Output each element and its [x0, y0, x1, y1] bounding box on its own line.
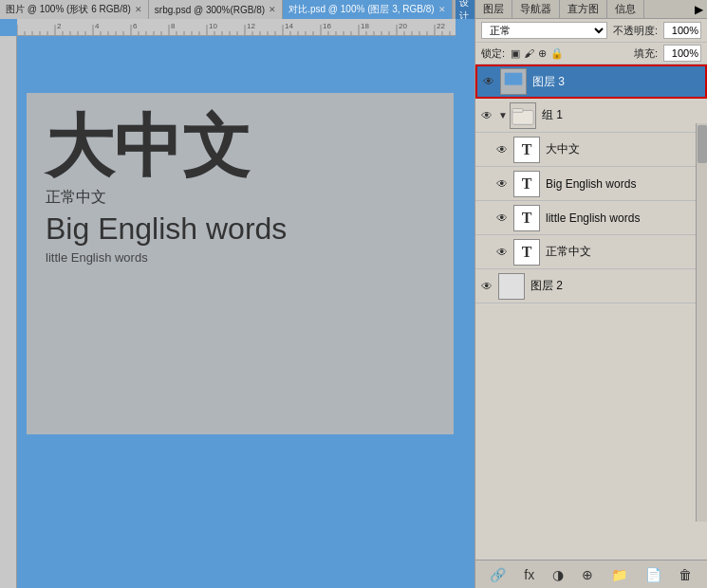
eye-icon-5[interactable]: 👁 — [479, 279, 494, 294]
fill-input[interactable] — [663, 45, 701, 62]
big-english-text: Big English words — [46, 211, 287, 247]
svg-text:12: 12 — [247, 22, 255, 30]
layer-item-group[interactable]: 👁 ▼ 组 1 — [475, 99, 707, 133]
right-panel: 图层 导航器 直方图 信息 ▶ 正常 不透明度: 锁定: ▣ 🖌 ⊕ 🔒 填充: — [474, 0, 707, 588]
svg-text:10: 10 — [209, 22, 217, 30]
layer-name-5: 图层 2 — [530, 278, 703, 294]
svg-text:18: 18 — [361, 22, 369, 30]
layer-name-2: Big English words — [546, 177, 703, 191]
lock-row: 锁定: ▣ 🖌 ⊕ 🔒 填充: — [475, 43, 707, 64]
tab-2-close[interactable]: ✕ — [438, 5, 446, 14]
layer-name-4: 正常中文 — [546, 244, 703, 260]
panel-tab-histogram[interactable]: 直方图 — [560, 0, 607, 18]
scrollbar-thumb[interactable] — [698, 125, 707, 163]
layer-item-0[interactable]: 👁 图层 3 — [475, 64, 707, 99]
big-chinese-text: 大中文 — [46, 112, 287, 180]
layer-item-1[interactable]: 👁 T 大中文 — [475, 133, 707, 167]
tab-2-label: 对比.psd @ 100% (图层 3, RGB/8) — [288, 3, 435, 16]
panel-expand-icon[interactable]: ▶ — [695, 3, 703, 16]
tab-1-close[interactable]: ✕ — [269, 5, 276, 14]
layer-thumb-group — [510, 102, 536, 129]
lock-position-btn[interactable]: ⊕ — [538, 47, 547, 60]
document-canvas: 大中文 正常中文 Big English words little Englis… — [27, 93, 454, 434]
little-english-text: little English words — [46, 250, 287, 265]
lock-transparent-btn[interactable]: ▣ — [511, 47, 520, 60]
tab-1[interactable]: srbg.psd @ 300%(RGB/8) ✕ — [149, 0, 283, 19]
eye-icon-2[interactable]: 👁 — [494, 176, 510, 192]
group-arrow[interactable]: ▼ — [498, 110, 510, 120]
add-mask-btn[interactable]: ◑ — [552, 567, 564, 582]
panel-bottom-toolbar: 🔗 fx ◑ ⊕ 📁 📄 🗑 — [475, 560, 707, 588]
layer-thumb-1: T — [513, 137, 540, 163]
tab-2[interactable]: 对比.psd @ 100% (图层 3, RGB/8) ✕ — [283, 0, 453, 19]
svg-text:14: 14 — [285, 22, 293, 30]
eye-icon-4[interactable]: 👁 — [494, 245, 510, 260]
layer-name-3: little English words — [546, 211, 703, 225]
layer-thumb-5 — [498, 273, 525, 300]
blend-mode-row: 正常 不透明度: — [475, 19, 707, 43]
eye-icon-group[interactable]: 👁 — [479, 108, 494, 123]
scrollbar[interactable] — [696, 123, 707, 522]
fill-label: 填充: — [634, 46, 658, 61]
layer-item-3[interactable]: 👁 T little English words — [475, 201, 707, 235]
lock-label: 锁定: — [481, 46, 505, 61]
layer-thumb-4: T — [513, 239, 540, 266]
adjustment-btn[interactable]: ⊕ — [582, 567, 593, 582]
new-layer-btn[interactable]: 📄 — [645, 567, 661, 582]
blend-mode-select[interactable]: 正常 — [481, 22, 607, 39]
layer-thumb-3: T — [513, 205, 540, 231]
svg-text:4: 4 — [95, 22, 100, 30]
layer-name-0: 图层 3 — [532, 74, 701, 90]
delete-layer-btn[interactable]: 🗑 — [679, 567, 692, 582]
svg-text:16: 16 — [323, 22, 331, 30]
svg-text:6: 6 — [133, 22, 138, 30]
fx-btn[interactable]: fx — [524, 567, 534, 582]
svg-text:2: 2 — [57, 22, 62, 30]
layer-thumb-2: T — [513, 171, 540, 197]
layer-list[interactable]: 👁 图层 3 👁 ▼ 组 1 👁 — [475, 64, 707, 560]
ruler-left — [0, 36, 17, 588]
canvas-area: 大中文 正常中文 Big English words little Englis… — [17, 36, 456, 588]
title-extra: 如何设计构图 — [456, 0, 474, 19]
tab-0-close[interactable]: ✕ — [135, 5, 142, 14]
panel-tabs: 图层 导航器 直方图 信息 ▶ — [475, 0, 707, 19]
layer-item-5[interactable]: 👁 图层 2 — [475, 269, 707, 303]
canvas-content: 大中文 正常中文 Big English words little Englis… — [46, 112, 287, 265]
tab-1-label: srbg.psd @ 300%(RGB/8) — [155, 5, 265, 15]
layer-item-2[interactable]: 👁 T Big English words — [475, 167, 707, 201]
svg-text:22: 22 — [437, 22, 445, 30]
layer-name-1: 大中文 — [546, 141, 703, 157]
tabs-bar: 图片 @ 100% (形状 6 RGB/8) ✕ srbg.psd @ 300%… — [0, 0, 456, 19]
svg-text:8: 8 — [171, 22, 176, 30]
panel-tab-info[interactable]: 信息 — [607, 0, 644, 18]
tab-0[interactable]: 图片 @ 100% (形状 6 RGB/8) ✕ — [0, 0, 149, 19]
group-btn[interactable]: 📁 — [611, 567, 627, 582]
tab-0-label: 图片 @ 100% (形状 6 RGB/8) — [6, 3, 131, 16]
eye-icon-3[interactable]: 👁 — [494, 211, 510, 226]
lock-all-btn[interactable]: 🔒 — [550, 47, 564, 60]
normal-chinese-text: 正常中文 — [46, 188, 287, 208]
layer-thumb-0 — [500, 68, 527, 95]
link-layers-btn[interactable]: 🔗 — [490, 567, 506, 582]
svg-text:20: 20 — [399, 22, 407, 30]
svg-rect-70 — [505, 73, 523, 85]
layer-name-group: 组 1 — [542, 107, 703, 123]
opacity-label: 不透明度: — [613, 24, 658, 38]
panel-tab-navigator[interactable]: 导航器 — [512, 0, 560, 18]
panel-tab-layers[interactable]: 图层 — [475, 0, 512, 18]
eye-icon-1[interactable]: 👁 — [494, 142, 510, 157]
ruler-top: 246810121416182022 — [17, 19, 456, 36]
lock-icons: ▣ 🖌 ⊕ 🔒 — [511, 47, 564, 60]
lock-image-btn[interactable]: 🖌 — [524, 47, 534, 60]
eye-icon-0[interactable]: 👁 — [481, 74, 496, 89]
layer-item-4[interactable]: 👁 T 正常中文 — [475, 235, 707, 269]
opacity-input[interactable] — [663, 22, 701, 39]
svg-rect-72 — [512, 108, 523, 112]
